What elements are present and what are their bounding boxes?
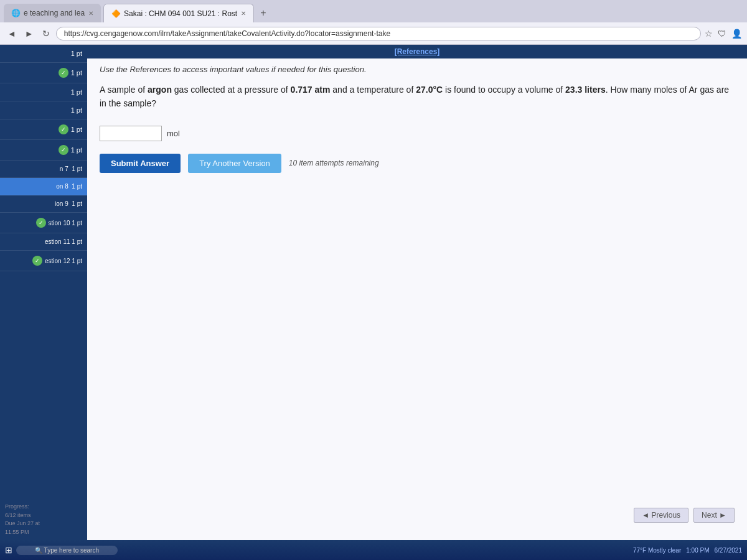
- sidebar-label-q9: ion 9 1 pt: [55, 200, 82, 207]
- progress-time: 11:55 PM: [5, 528, 40, 537]
- sidebar-label-q4: 1 pt: [71, 106, 82, 114]
- check-icon-q2: ✓: [59, 68, 68, 78]
- address-bar-row: ◄ ► ↻ ☆ 🛡 👤: [0, 22, 747, 45]
- taskbar-right: 77°F Mostly clear 1:00 PM 6/27/2021: [633, 547, 742, 554]
- attempts-text: 10 item attempts remaining: [289, 159, 379, 167]
- tab-label-teaching: e teaching and lea: [24, 9, 85, 17]
- sidebar: 1 pt ✓ 1 pt 1 pt 1 pt ✓ 1 pt ✓ 1 pt n 7 …: [0, 45, 87, 540]
- taskbar: ⊞ 🔍 Type here to search 77°F Mostly clea…: [0, 540, 747, 560]
- sidebar-label-q3: 1 pt: [71, 88, 82, 96]
- profile-icon[interactable]: 👤: [731, 29, 742, 39]
- submit-answer-button[interactable]: Submit Answer: [100, 154, 181, 173]
- taskbar-time: 1:00 PM: [686, 547, 709, 554]
- browser-actions: ☆ 🛡 👤: [705, 29, 742, 39]
- instruction-text: Use the References to access important v…: [100, 65, 367, 74]
- forward-button[interactable]: ►: [22, 27, 36, 40]
- check-icon-q6: ✓: [59, 145, 68, 155]
- sidebar-label-q6: 1 pt: [71, 146, 82, 154]
- progress-due: Due Jun 27 at: [5, 520, 40, 528]
- references-link[interactable]: [References]: [395, 47, 440, 56]
- argon-bold: argon: [148, 85, 172, 95]
- pressure-bold: 0.717 atm: [291, 85, 331, 95]
- sidebar-label-q2: 1 pt: [71, 69, 82, 77]
- main-content: 1 pt ✓ 1 pt 1 pt 1 pt ✓ 1 pt ✓ 1 pt n 7 …: [0, 45, 747, 540]
- question-text-before: A sample of: [100, 85, 148, 95]
- content-area: [References] Use the References to acces…: [87, 45, 747, 540]
- weather-info: 77°F Mostly clear: [633, 547, 681, 554]
- sidebar-item-q8[interactable]: on 8 1 pt: [0, 178, 87, 195]
- sidebar-item-q6[interactable]: ✓ 1 pt: [0, 140, 87, 161]
- try-another-button[interactable]: Try Another Version: [188, 154, 281, 173]
- progress-label: Progress:: [5, 503, 40, 511]
- check-icon-q12: ✓: [32, 256, 42, 266]
- check-icon-q10: ✓: [36, 218, 46, 228]
- button-row: Submit Answer Try Another Version 10 ite…: [87, 151, 747, 183]
- answer-row: mol: [87, 121, 747, 151]
- answer-unit: mol: [167, 129, 180, 138]
- sidebar-item-q11[interactable]: estion 11 1 pt: [0, 233, 87, 251]
- tab-icon-teaching: 🌐: [11, 9, 20, 17]
- temp-bold: 27.0°C: [416, 85, 443, 95]
- next-button[interactable]: Next ►: [693, 508, 735, 523]
- star-icon[interactable]: ☆: [705, 29, 713, 39]
- address-input[interactable]: [56, 27, 701, 40]
- sidebar-item-q5[interactable]: ✓ 1 pt: [0, 119, 87, 140]
- tab-teaching[interactable]: 🌐 e teaching and lea ✕: [4, 4, 101, 22]
- question-text-m2: and a temperature of: [330, 85, 416, 95]
- previous-button[interactable]: ◄ Previous: [634, 508, 688, 523]
- sidebar-label-q5: 1 pt: [71, 126, 82, 133]
- sidebar-item-q3[interactable]: 1 pt: [0, 83, 87, 101]
- windows-start[interactable]: ⊞: [5, 545, 12, 555]
- sidebar-label-q10: stion 10 1 pt: [49, 220, 82, 226]
- tab-close-sakai[interactable]: ✕: [241, 10, 246, 17]
- taskbar-left: ⊞ 🔍 Type here to search: [5, 545, 118, 555]
- sidebar-item-q12[interactable]: ✓ estion 12 1 pt: [0, 251, 87, 271]
- tab-icon-sakai: 🔶: [111, 9, 120, 18]
- tab-sakai[interactable]: 🔶 Sakai : CHM 094 001 SU21 : Rost ✕: [103, 4, 254, 22]
- references-bar[interactable]: [References]: [87, 45, 747, 58]
- question-text-m1: gas collected at a pressure of: [172, 85, 291, 95]
- new-tab-button[interactable]: +: [256, 6, 270, 20]
- sidebar-label-q11: estion 11 1 pt: [45, 238, 82, 245]
- answer-input[interactable]: [100, 126, 162, 141]
- refresh-button[interactable]: ↻: [40, 27, 52, 40]
- sidebar-item-q4[interactable]: 1 pt: [0, 101, 87, 119]
- volume-bold: 23.3 liters: [565, 85, 606, 95]
- back-button[interactable]: ◄: [5, 27, 19, 40]
- sidebar-label-q12: estion 12 1 pt: [45, 258, 82, 264]
- sidebar-item-q1[interactable]: 1 pt: [0, 45, 87, 63]
- sidebar-label-q1: 1 pt: [71, 50, 82, 57]
- progress-info: Progress: 6/12 items Due Jun 27 at 11:55…: [5, 503, 40, 536]
- question-body: A sample of argon gas collected at a pre…: [87, 78, 747, 121]
- check-icon-q5: ✓: [59, 124, 68, 134]
- question-instruction: Use the References to access important v…: [87, 58, 747, 78]
- progress-items: 6/12 items: [5, 511, 40, 520]
- nav-arrows: ◄ Previous Next ►: [634, 508, 735, 523]
- taskbar-date: 6/27/2021: [715, 547, 743, 554]
- sidebar-item-q7[interactable]: n 7 1 pt: [0, 161, 87, 178]
- tab-close-teaching[interactable]: ✕: [88, 10, 93, 17]
- sidebar-item-q10[interactable]: ✓ stion 10 1 pt: [0, 213, 87, 233]
- sidebar-label-q8: on 8 1 pt: [56, 183, 82, 190]
- search-bar[interactable]: 🔍 Type here to search: [16, 546, 118, 555]
- tab-bar: 🌐 e teaching and lea ✕ 🔶 Sakai : CHM 094…: [0, 0, 747, 22]
- sidebar-item-q2[interactable]: ✓ 1 pt: [0, 63, 87, 83]
- question-text-m3: is found to occupy a volume of: [443, 85, 565, 95]
- tab-label-sakai: Sakai : CHM 094 001 SU21 : Rost: [124, 9, 237, 18]
- shield-icon[interactable]: 🛡: [718, 29, 726, 39]
- sidebar-label-q7: n 7 1 pt: [60, 166, 82, 172]
- sidebar-item-q9[interactable]: ion 9 1 pt: [0, 195, 87, 213]
